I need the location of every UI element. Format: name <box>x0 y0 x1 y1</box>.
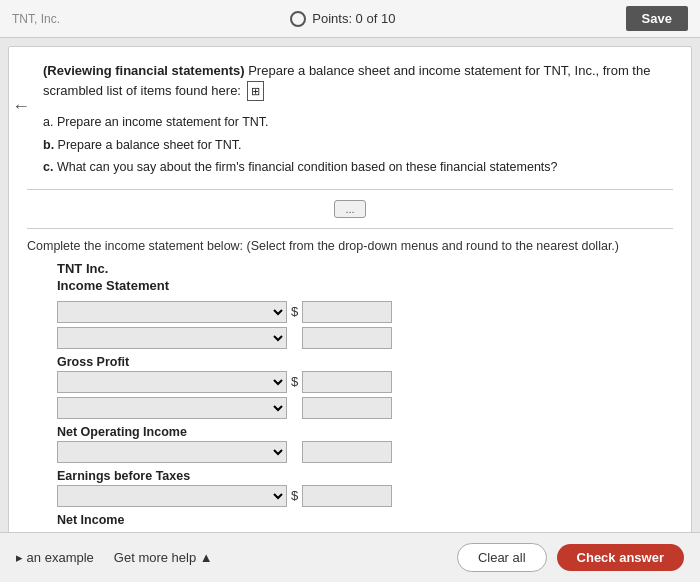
divider2 <box>27 228 673 229</box>
get-more-help-link[interactable]: Get more help ▲ <box>114 550 213 565</box>
more-button-container: ... <box>27 200 673 218</box>
dropdown-1[interactable] <box>57 301 287 323</box>
content-area: (Reviewing financial statements) Prepare… <box>8 46 692 544</box>
top-bar: TNT, Inc. Points: 0 of 10 Save <box>0 0 700 38</box>
amount-5[interactable] <box>302 441 392 463</box>
amount-2[interactable] <box>302 327 392 349</box>
amount-6[interactable] <box>302 485 392 507</box>
form-row-1: $ <box>57 301 673 323</box>
dollar-6: $ <box>291 488 298 503</box>
grid-icon[interactable]: ⊞ <box>247 81 264 102</box>
earnings-before-taxes-label: Earnings before Taxes <box>57 469 673 483</box>
sub-questions: a. Prepare an income statement for TNT. … <box>27 111 673 179</box>
dropdown-4[interactable] <box>57 397 287 419</box>
top-left-text: TNT, Inc. <box>12 12 60 26</box>
back-arrow-icon[interactable]: ← <box>12 96 30 117</box>
sub-question-b: b. Prepare a balance sheet for TNT. <box>43 134 673 157</box>
points-text: Points: 0 of 10 <box>312 11 395 26</box>
check-answer-button[interactable]: Check answer <box>557 544 684 571</box>
form-row-4: $ <box>57 397 673 419</box>
form-row-5: $ <box>57 441 673 463</box>
amount-4[interactable] <box>302 397 392 419</box>
form-row-3: $ <box>57 371 673 393</box>
bottom-left: ▸ an example Get more help ▲ <box>16 550 213 565</box>
instruction-text: Complete the income statement below: (Se… <box>27 239 673 253</box>
dropdown-3[interactable] <box>57 371 287 393</box>
more-button[interactable]: ... <box>334 200 365 218</box>
dropdown-5[interactable] <box>57 441 287 463</box>
bottom-bar: ▸ an example Get more help ▲ Clear all C… <box>0 532 700 582</box>
sub-question-a: a. Prepare an income statement for TNT. <box>43 111 673 134</box>
sub-question-c: c. What can you say about the firm's fin… <box>43 156 673 179</box>
income-form: $ $ Gross Profit $ $ <box>27 301 673 527</box>
save-button[interactable]: Save <box>626 6 688 31</box>
dropdown-2[interactable] <box>57 327 287 349</box>
question-header: (Reviewing financial statements) Prepare… <box>27 61 673 101</box>
company-name: TNT Inc. <box>27 261 673 276</box>
dollar-1: $ <box>291 304 298 319</box>
form-row-6: $ <box>57 485 673 507</box>
amount-1[interactable] <box>302 301 392 323</box>
dollar-3: $ <box>291 374 298 389</box>
bottom-right: Clear all Check answer <box>457 543 684 572</box>
clear-all-button[interactable]: Clear all <box>457 543 547 572</box>
amount-3[interactable] <box>302 371 392 393</box>
net-operating-income-label: Net Operating Income <box>57 425 673 439</box>
form-row-2: $ <box>57 327 673 349</box>
statement-title: Income Statement <box>27 278 673 293</box>
dropdown-6[interactable] <box>57 485 287 507</box>
question-prefix: (Reviewing financial statements) <box>43 63 245 78</box>
net-income-label: Net Income <box>57 513 673 527</box>
divider <box>27 189 673 190</box>
gross-profit-label: Gross Profit <box>57 355 673 369</box>
example-link[interactable]: ▸ an example <box>16 550 94 565</box>
points-circle-icon <box>290 11 306 27</box>
points-section: Points: 0 of 10 <box>290 11 395 27</box>
